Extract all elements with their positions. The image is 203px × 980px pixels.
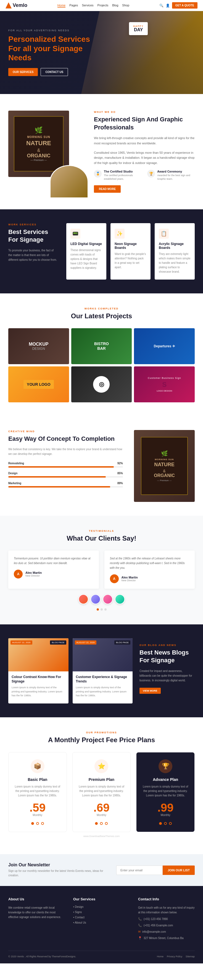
day-text: DAY (133, 27, 144, 32)
about-description-1: We bring left-through creative concepts … (94, 135, 195, 146)
about-section: 🌿 MORNING SUN NATURE & ORGANIC — Premium… (0, 94, 203, 209)
premium-plan-name: Premium Plan (78, 777, 125, 782)
blog-pre-label: OUR BLOG AND NEWS (140, 644, 195, 646)
view-more-button[interactable]: VIEW MORE (140, 688, 161, 694)
basic-dot-1[interactable] (31, 822, 34, 825)
testimonials-pre-label: TESTIMONIALS (8, 530, 195, 532)
advance-plan-period: Monthly (142, 813, 189, 816)
email-icon: ✉ (138, 930, 141, 934)
footer-link-design[interactable]: • Design (73, 905, 130, 908)
footer-link-home[interactable]: Home (157, 955, 163, 958)
client-avatar-3 (103, 594, 113, 604)
project-card-yourlogo[interactable]: YOUR LOGO (8, 366, 69, 402)
footer-phone-1: 📞 (+01) 123 456 7890 (138, 917, 195, 921)
about-images: 🌿 MORNING SUN NATURE & ORGANIC — Premium… (8, 111, 86, 193)
premium-dot-1[interactable] (95, 822, 98, 825)
newsletter-subscribe-button[interactable]: JOIN OUR LIST (163, 865, 195, 875)
blog-tag-2: BLOG PAGE (114, 640, 130, 644)
user-icon[interactable]: 👤 (166, 3, 170, 8)
project-card-circle[interactable]: ◎ (71, 366, 132, 402)
project-card-departures[interactable]: Departures ✈ (134, 328, 195, 364)
about-brand-card: 🌿 MORNING SUN NATURE & ORGANIC — Premium… (14, 116, 63, 172)
footer-link-sitemap[interactable]: Sitemap (186, 955, 195, 958)
premium-dot-3[interactable] (105, 822, 108, 825)
nav-home[interactable]: Home (57, 3, 65, 8)
project-card-bistro[interactable]: BISTROBAR (71, 328, 132, 364)
footer-link-about[interactable]: • About Us (73, 921, 130, 924)
footer-about-text: We combine retail coverage with local kn… (8, 905, 65, 920)
service-led-title: LED Digital Signage (70, 242, 102, 246)
about-heading: Experienced Sign And Graphic Professiona… (94, 116, 195, 131)
basic-dot-3[interactable] (41, 822, 44, 825)
newsletter-email-input[interactable] (116, 865, 163, 875)
premium-icon: ⭐ (94, 759, 108, 773)
project-card-slogo[interactable]: Customer Business Sign S LOGO DESIGN (134, 366, 195, 402)
project-bg-4: YOUR LOGO (8, 366, 69, 402)
newsletter-description: Sign up for our monthly newsletter for t… (8, 869, 108, 878)
project-card-mockup[interactable]: MOCKUP DESIGN (8, 328, 69, 364)
newsletter-section: Join Our Newsletter Sign up for our mont… (0, 854, 203, 886)
advance-pricing-dots (142, 822, 189, 825)
our-services-button[interactable]: OUR SERVICES (8, 68, 38, 76)
phone-icon-1: 📞 (138, 917, 142, 921)
basic-dot-2[interactable] (36, 822, 39, 825)
read-more-button[interactable]: READ MORE (94, 185, 121, 193)
advance-dot-2[interactable] (164, 822, 167, 825)
footer-about-title: About Us (8, 897, 65, 901)
search-icon[interactable]: 🔍 (159, 3, 163, 8)
pricing-pre-label: OUR PROMOTIONS (8, 731, 195, 734)
footer-link-contact[interactable]: • Signs (73, 911, 130, 914)
nav-blog[interactable]: Blog (112, 3, 118, 8)
about-text: WHAT WE DO Experienced Sign And Graphic … (86, 111, 195, 193)
projects-heading: Our Latest Projects (8, 312, 195, 320)
nav-projects[interactable]: Projects (97, 3, 109, 8)
logo[interactable]: Vemlo (6, 3, 27, 9)
blog-date-2: AUGUST 22, 2020 (75, 640, 97, 644)
circle-logo: ◎ (93, 376, 109, 393)
blog-image-1: AUGUST 22, 2020 BLOG PAGE (8, 638, 68, 671)
progress-bar-bg-3 (8, 486, 123, 487)
concept-left: CREATIVE MIND Easy Way Of Concept To Com… (8, 430, 123, 492)
blog-content-2: Customer Experience & Signage Trends Lor… (73, 671, 133, 704)
watermark: www.DownloadNewThemes.com (8, 832, 195, 840)
yourlogo-text: YOUR LOGO (24, 380, 54, 389)
newsletter-form: JOIN OUR LIST (116, 865, 195, 875)
service-card-led: 📟 LED Digital Signage These dimensional … (66, 223, 106, 280)
footer-link-privacy[interactable]: Privacy Policy (167, 955, 182, 958)
service-neon-desc: Want to grab the people's attention? Not… (115, 252, 146, 270)
award-icon: 🏆 (147, 170, 155, 178)
advance-dot-3[interactable] (169, 822, 172, 825)
nav-shop[interactable]: Shop (122, 3, 129, 8)
contact-button[interactable]: CONTACT US (41, 68, 68, 76)
badge-award-content: Award Ceremony Awarded for the best sign… (157, 170, 195, 181)
about-badges: 🏅 The Certified Studio The certified pro… (94, 170, 195, 181)
dot-2[interactable] (100, 608, 103, 611)
about-pre-label: WHAT WE DO (94, 111, 195, 113)
project-bg-5: ◎ (71, 366, 132, 402)
advance-dot-1[interactable] (159, 822, 162, 825)
nav-services[interactable]: Services (82, 3, 94, 8)
premium-dot-2[interactable] (100, 822, 103, 825)
get-quote-button[interactable]: GET A QUOTE (172, 2, 197, 9)
blog-title-1: Colour Contrast Know-How For Signage (12, 675, 65, 684)
dot-1[interactable] (97, 608, 99, 611)
badge-award: 🏆 Award Ceremony Awarded for the best si… (147, 170, 195, 181)
testimonial-text-1: Tormentum posuere. Ut porttitor diam men… (14, 556, 94, 565)
project-bg-6: Customer Business Sign S LOGO DESIGN (134, 366, 195, 402)
footer-link-signs[interactable]: • Contact (73, 916, 130, 919)
pricing-card-premium: ⭐ Premium Plan Lorem ipsum is simply dum… (72, 752, 131, 832)
blog-content-1: Colour Contrast Know-How For Signage Lor… (8, 671, 68, 704)
brand-ampersand: & (37, 148, 40, 153)
hero-day-card: HAPPY DAY (129, 22, 148, 35)
dot-3[interactable] (105, 608, 106, 611)
projects-grid: MOCKUP DESIGN BISTROBAR Departures ✈ YOU… (8, 328, 195, 402)
services-pre-label: WORK SERVICES (8, 223, 58, 226)
advance-plan-desc: Lorem ipsum is simply dummy text of the … (142, 784, 189, 798)
testimonial-card-1: Tormentum posuere. Ut porttitor diam men… (8, 550, 99, 589)
client-avatar-2 (90, 594, 100, 604)
service-acrylic-title: Acrylic Signage Boards (159, 242, 190, 250)
nav-pages[interactable]: Pages (69, 3, 78, 8)
basic-plan-period: Monthly (14, 813, 61, 816)
concept-leaf-icon: 🌿 (161, 450, 168, 457)
footer-address: 📍 327 Mirium Street, Columbus Ba (138, 936, 195, 940)
